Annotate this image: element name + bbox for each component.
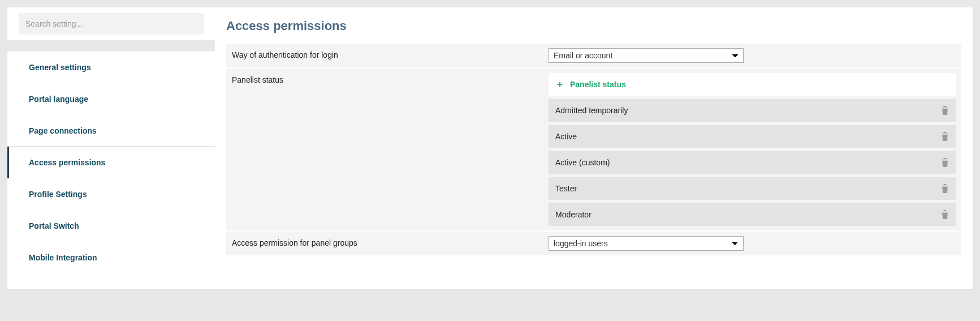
trash-icon[interactable] bbox=[941, 132, 949, 141]
panelist-status-item-label: Active bbox=[555, 132, 577, 141]
sidebar-item-general-settings[interactable]: General settings bbox=[7, 52, 215, 83]
page-title: Access permissions bbox=[226, 19, 961, 33]
row-panelist-status: Panelist status ＋ Panelist status Admitt… bbox=[226, 69, 961, 232]
sidebar-item-access-permissions[interactable]: Access permissions bbox=[7, 147, 215, 178]
trash-icon[interactable] bbox=[941, 106, 949, 115]
label-panel-groups: Access permission for panel groups bbox=[232, 236, 549, 247]
control-authentication: Email or account bbox=[549, 48, 956, 63]
row-authentication: Way of authentication for login Email or… bbox=[226, 44, 961, 69]
sidebar-divider bbox=[7, 40, 215, 52]
panelist-status-item: Admitted temporarily bbox=[549, 99, 956, 122]
panelist-status-item-label: Admitted temporarily bbox=[555, 106, 628, 115]
sidebar: General settingsPortal languagePage conn… bbox=[7, 7, 215, 290]
row-panel-groups: Access permission for panel groups logge… bbox=[226, 232, 961, 256]
label-authentication: Way of authentication for login bbox=[232, 48, 549, 59]
main-panel: Access permissions Way of authentication… bbox=[214, 7, 973, 290]
sidebar-item-label: Access permissions bbox=[29, 158, 105, 167]
sidebar-item-page-connections[interactable]: Page connections bbox=[7, 115, 215, 147]
sidebar-item-portal-switch[interactable]: Portal Switch bbox=[7, 210, 215, 242]
sidebar-item-label: Portal language bbox=[29, 95, 88, 104]
sidebar-nav: General settingsPortal languagePage conn… bbox=[7, 52, 215, 273]
sidebar-item-profile-settings[interactable]: Profile Settings bbox=[7, 178, 215, 210]
search-input[interactable] bbox=[19, 13, 204, 35]
panelist-status-item: Tester bbox=[549, 177, 956, 200]
select-authentication[interactable]: Email or account bbox=[549, 48, 744, 63]
label-panelist-status: Panelist status bbox=[232, 73, 549, 84]
panelist-status-item: Active bbox=[549, 125, 956, 148]
panelist-status-item: Moderator bbox=[549, 203, 956, 226]
trash-icon[interactable] bbox=[941, 210, 949, 219]
control-panel-groups: logged-in users bbox=[549, 236, 956, 251]
sidebar-item-label: General settings bbox=[29, 63, 91, 72]
sidebar-item-label: Profile Settings bbox=[29, 190, 87, 199]
add-panelist-status-button[interactable]: ＋ Panelist status bbox=[549, 73, 956, 96]
plus-icon: ＋ bbox=[555, 80, 564, 89]
trash-icon[interactable] bbox=[941, 158, 949, 167]
add-panelist-status-label: Panelist status bbox=[570, 80, 626, 89]
search-wrap bbox=[7, 7, 215, 40]
sidebar-item-portal-language[interactable]: Portal language bbox=[7, 83, 215, 115]
sidebar-item-label: Page connections bbox=[29, 126, 97, 135]
sidebar-item-label: Portal Switch bbox=[29, 221, 79, 230]
panelist-status-item: Active (custom) bbox=[549, 151, 956, 174]
sidebar-item-mobile-integration[interactable]: Mobile Integration bbox=[7, 242, 215, 273]
panelist-status-item-label: Moderator bbox=[555, 210, 592, 219]
trash-icon[interactable] bbox=[941, 184, 949, 193]
panelist-status-list: ＋ Panelist status Admitted temporarilyAc… bbox=[549, 73, 956, 226]
panelist-status-item-label: Active (custom) bbox=[555, 158, 610, 167]
select-panel-groups[interactable]: logged-in users bbox=[549, 236, 744, 251]
panelist-status-item-label: Tester bbox=[555, 184, 577, 193]
sidebar-item-label: Mobile Integration bbox=[29, 253, 97, 262]
